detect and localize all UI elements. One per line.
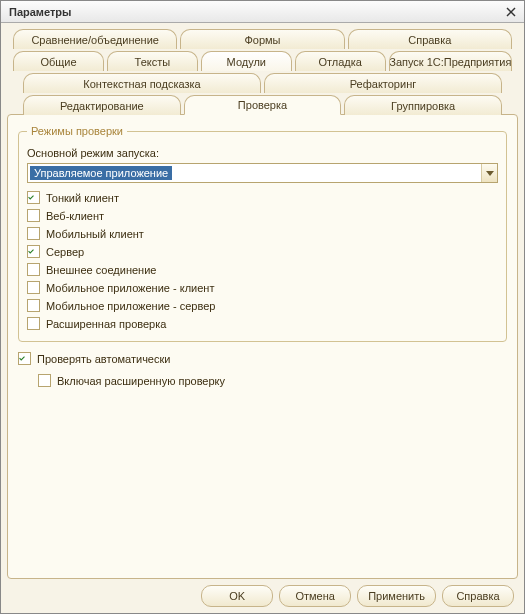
tab-label: Справка xyxy=(408,34,451,46)
tab-editing[interactable]: Редактирование xyxy=(23,95,181,115)
check-row[interactable]: Мобильный клиент xyxy=(27,227,498,240)
check-label: Мобильное приложение - клиент xyxy=(46,282,214,294)
titlebar: Параметры xyxy=(1,1,524,23)
tab-modules[interactable]: Модули xyxy=(201,51,292,71)
checkbox-auto[interactable] xyxy=(18,352,31,365)
button-label: Справка xyxy=(456,590,499,602)
button-label: Отмена xyxy=(295,590,334,602)
check-row[interactable]: Веб-клиент xyxy=(27,209,498,222)
check-label: Мобильное приложение - сервер xyxy=(46,300,215,312)
tab-label: Запуск 1С:Предприятия xyxy=(389,56,511,68)
include-ext-label: Включая расширенную проверку xyxy=(57,375,225,387)
check-row[interactable]: Мобильное приложение - сервер xyxy=(27,299,498,312)
ok-button[interactable]: OK xyxy=(201,585,273,607)
check-row[interactable]: Внешнее соединение xyxy=(27,263,498,276)
tab-label: Проверка xyxy=(238,99,287,111)
checkbox[interactable] xyxy=(27,227,40,240)
button-row: OK Отмена Применить Справка xyxy=(7,579,518,609)
tab-check[interactable]: Проверка xyxy=(184,95,342,115)
tab-row-3: Контекстная подсказка Рефакторинг xyxy=(7,73,518,93)
chevron-down-icon[interactable] xyxy=(481,164,497,182)
auto-check-row[interactable]: Проверять автоматически xyxy=(18,352,507,365)
tab-label: Модули xyxy=(227,56,266,68)
tab-forms[interactable]: Формы xyxy=(180,29,344,49)
tab-label: Общие xyxy=(40,56,76,68)
group-check-modes: Режимы проверки Основной режим запуска: … xyxy=(18,125,507,342)
tab-label: Группировка xyxy=(391,100,455,112)
tab-compare-merge[interactable]: Сравнение/объединение xyxy=(13,29,177,49)
group-legend: Режимы проверки xyxy=(27,125,127,137)
tab-row-1: Сравнение/объединение Формы Справка xyxy=(7,29,518,49)
check-row[interactable]: Сервер xyxy=(27,245,498,258)
check-label: Внешнее соединение xyxy=(46,264,156,276)
tab-label: Рефакторинг xyxy=(350,78,416,90)
tab-row-2: Общие Тексты Модули Отладка Запуск 1С:Пр… xyxy=(7,51,518,71)
tab-run-enterprise[interactable]: Запуск 1С:Предприятия xyxy=(389,51,512,71)
checkbox[interactable] xyxy=(27,263,40,276)
check-row[interactable]: Расширенная проверка xyxy=(27,317,498,330)
window-title: Параметры xyxy=(9,6,71,18)
tab-general[interactable]: Общие xyxy=(13,51,104,71)
tab-grouping[interactable]: Группировка xyxy=(344,95,502,115)
include-ext-row[interactable]: Включая расширенную проверку xyxy=(38,374,507,387)
tab-label: Формы xyxy=(244,34,280,46)
mode-combo-value: Управляемое приложение xyxy=(30,166,172,180)
tab-row-4: Редактирование Проверка Группировка xyxy=(7,95,518,115)
tab-texts[interactable]: Тексты xyxy=(107,51,198,71)
tab-label: Отладка xyxy=(318,56,361,68)
mode-label: Основной режим запуска: xyxy=(27,147,498,159)
button-label: Применить xyxy=(368,590,425,602)
svg-marker-2 xyxy=(486,171,494,176)
tab-label: Редактирование xyxy=(60,100,144,112)
checkbox[interactable] xyxy=(27,245,40,258)
check-label: Сервер xyxy=(46,246,84,258)
cancel-button[interactable]: Отмена xyxy=(279,585,351,607)
check-label: Расширенная проверка xyxy=(46,318,166,330)
check-label: Веб-клиент xyxy=(46,210,104,222)
check-label: Мобильный клиент xyxy=(46,228,144,240)
check-row[interactable]: Тонкий клиент xyxy=(27,191,498,204)
tab-help[interactable]: Справка xyxy=(348,29,512,49)
checkbox[interactable] xyxy=(27,317,40,330)
tab-label: Тексты xyxy=(135,56,171,68)
check-label: Тонкий клиент xyxy=(46,192,119,204)
panel-check: Режимы проверки Основной режим запуска: … xyxy=(7,114,518,579)
button-label: OK xyxy=(229,590,245,602)
tab-context-hint[interactable]: Контекстная подсказка xyxy=(23,73,261,93)
close-icon[interactable] xyxy=(502,4,520,20)
checkbox[interactable] xyxy=(27,191,40,204)
tab-debug[interactable]: Отладка xyxy=(295,51,386,71)
tab-label: Контекстная подсказка xyxy=(83,78,200,90)
checkbox[interactable] xyxy=(27,281,40,294)
apply-button[interactable]: Применить xyxy=(357,585,436,607)
tab-rows: Сравнение/объединение Формы Справка Общи… xyxy=(7,29,518,115)
checkbox[interactable] xyxy=(27,209,40,222)
tab-label: Сравнение/объединение xyxy=(31,34,159,46)
checkbox-include-ext[interactable] xyxy=(38,374,51,387)
mode-combo[interactable]: Управляемое приложение xyxy=(27,163,498,183)
auto-check-label: Проверять автоматически xyxy=(37,353,170,365)
check-row[interactable]: Мобильное приложение - клиент xyxy=(27,281,498,294)
help-button[interactable]: Справка xyxy=(442,585,514,607)
checkbox[interactable] xyxy=(27,299,40,312)
tab-refactoring[interactable]: Рефакторинг xyxy=(264,73,502,93)
